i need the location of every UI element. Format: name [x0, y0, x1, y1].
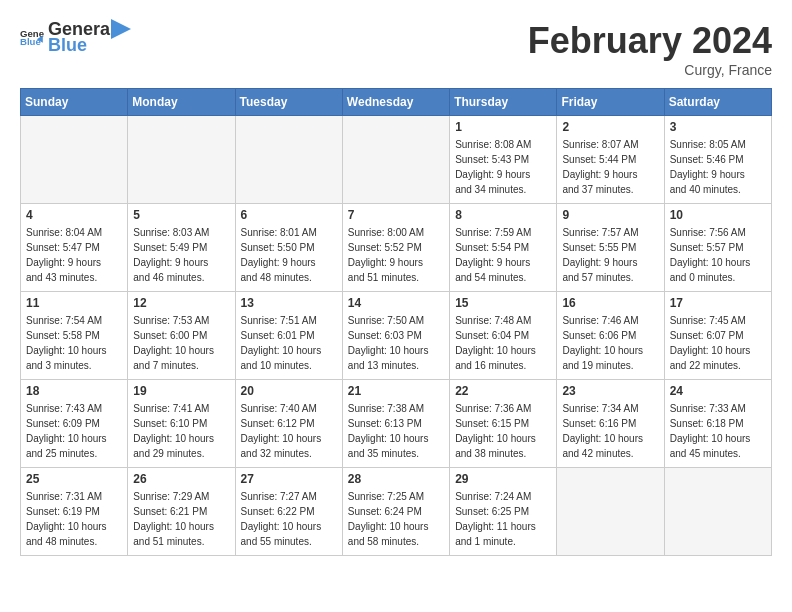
svg-text:Blue: Blue — [20, 36, 41, 47]
day-info: Sunrise: 7:54 AM Sunset: 5:58 PM Dayligh… — [26, 313, 122, 373]
calendar-week-row: 1Sunrise: 8:08 AM Sunset: 5:43 PM Daylig… — [21, 116, 772, 204]
day-info: Sunrise: 8:05 AM Sunset: 5:46 PM Dayligh… — [670, 137, 766, 197]
calendar-cell: 16Sunrise: 7:46 AM Sunset: 6:06 PM Dayli… — [557, 292, 664, 380]
calendar-cell: 29Sunrise: 7:24 AM Sunset: 6:25 PM Dayli… — [450, 468, 557, 556]
column-header-thursday: Thursday — [450, 89, 557, 116]
calendar-cell: 9Sunrise: 7:57 AM Sunset: 5:55 PM Daylig… — [557, 204, 664, 292]
day-info: Sunrise: 7:33 AM Sunset: 6:18 PM Dayligh… — [670, 401, 766, 461]
calendar-cell: 13Sunrise: 7:51 AM Sunset: 6:01 PM Dayli… — [235, 292, 342, 380]
calendar-cell: 17Sunrise: 7:45 AM Sunset: 6:07 PM Dayli… — [664, 292, 771, 380]
calendar-cell — [21, 116, 128, 204]
day-info: Sunrise: 7:41 AM Sunset: 6:10 PM Dayligh… — [133, 401, 229, 461]
calendar-cell: 12Sunrise: 7:53 AM Sunset: 6:00 PM Dayli… — [128, 292, 235, 380]
day-info: Sunrise: 7:53 AM Sunset: 6:00 PM Dayligh… — [133, 313, 229, 373]
calendar-cell: 14Sunrise: 7:50 AM Sunset: 6:03 PM Dayli… — [342, 292, 449, 380]
calendar-cell: 18Sunrise: 7:43 AM Sunset: 6:09 PM Dayli… — [21, 380, 128, 468]
calendar-cell: 6Sunrise: 8:01 AM Sunset: 5:50 PM Daylig… — [235, 204, 342, 292]
day-number: 28 — [348, 472, 444, 486]
day-info: Sunrise: 7:29 AM Sunset: 6:21 PM Dayligh… — [133, 489, 229, 549]
day-info: Sunrise: 7:24 AM Sunset: 6:25 PM Dayligh… — [455, 489, 551, 549]
calendar-cell: 26Sunrise: 7:29 AM Sunset: 6:21 PM Dayli… — [128, 468, 235, 556]
day-number: 20 — [241, 384, 337, 398]
calendar-cell — [128, 116, 235, 204]
calendar-week-row: 11Sunrise: 7:54 AM Sunset: 5:58 PM Dayli… — [21, 292, 772, 380]
day-number: 17 — [670, 296, 766, 310]
column-header-friday: Friday — [557, 89, 664, 116]
calendar-cell: 23Sunrise: 7:34 AM Sunset: 6:16 PM Dayli… — [557, 380, 664, 468]
column-header-monday: Monday — [128, 89, 235, 116]
logo-icon: General Blue — [20, 26, 44, 50]
calendar-cell: 3Sunrise: 8:05 AM Sunset: 5:46 PM Daylig… — [664, 116, 771, 204]
day-number: 22 — [455, 384, 551, 398]
day-number: 14 — [348, 296, 444, 310]
day-number: 15 — [455, 296, 551, 310]
day-number: 7 — [348, 208, 444, 222]
day-info: Sunrise: 7:25 AM Sunset: 6:24 PM Dayligh… — [348, 489, 444, 549]
day-info: Sunrise: 7:57 AM Sunset: 5:55 PM Dayligh… — [562, 225, 658, 285]
day-info: Sunrise: 7:27 AM Sunset: 6:22 PM Dayligh… — [241, 489, 337, 549]
day-info: Sunrise: 8:07 AM Sunset: 5:44 PM Dayligh… — [562, 137, 658, 197]
calendar-cell: 15Sunrise: 7:48 AM Sunset: 6:04 PM Dayli… — [450, 292, 557, 380]
day-number: 13 — [241, 296, 337, 310]
day-number: 2 — [562, 120, 658, 134]
logo: General Blue General Blue — [20, 20, 131, 56]
day-info: Sunrise: 8:00 AM Sunset: 5:52 PM Dayligh… — [348, 225, 444, 285]
calendar-cell: 27Sunrise: 7:27 AM Sunset: 6:22 PM Dayli… — [235, 468, 342, 556]
day-number: 16 — [562, 296, 658, 310]
calendar-cell — [664, 468, 771, 556]
day-info: Sunrise: 8:04 AM Sunset: 5:47 PM Dayligh… — [26, 225, 122, 285]
day-number: 10 — [670, 208, 766, 222]
calendar-cell — [235, 116, 342, 204]
day-info: Sunrise: 7:50 AM Sunset: 6:03 PM Dayligh… — [348, 313, 444, 373]
column-header-wednesday: Wednesday — [342, 89, 449, 116]
calendar-cell — [342, 116, 449, 204]
day-number: 4 — [26, 208, 122, 222]
day-number: 11 — [26, 296, 122, 310]
calendar-cell: 10Sunrise: 7:56 AM Sunset: 5:57 PM Dayli… — [664, 204, 771, 292]
calendar-cell: 21Sunrise: 7:38 AM Sunset: 6:13 PM Dayli… — [342, 380, 449, 468]
day-number: 3 — [670, 120, 766, 134]
calendar-cell: 8Sunrise: 7:59 AM Sunset: 5:54 PM Daylig… — [450, 204, 557, 292]
day-info: Sunrise: 7:34 AM Sunset: 6:16 PM Dayligh… — [562, 401, 658, 461]
day-number: 26 — [133, 472, 229, 486]
day-info: Sunrise: 7:38 AM Sunset: 6:13 PM Dayligh… — [348, 401, 444, 461]
calendar-week-row: 25Sunrise: 7:31 AM Sunset: 6:19 PM Dayli… — [21, 468, 772, 556]
day-number: 19 — [133, 384, 229, 398]
calendar-cell: 5Sunrise: 8:03 AM Sunset: 5:49 PM Daylig… — [128, 204, 235, 292]
day-number: 8 — [455, 208, 551, 222]
calendar-cell: 11Sunrise: 7:54 AM Sunset: 5:58 PM Dayli… — [21, 292, 128, 380]
month-year-title: February 2024 — [528, 20, 772, 62]
location-label: Curgy, France — [528, 62, 772, 78]
calendar-cell — [557, 468, 664, 556]
day-info: Sunrise: 7:48 AM Sunset: 6:04 PM Dayligh… — [455, 313, 551, 373]
day-number: 9 — [562, 208, 658, 222]
day-info: Sunrise: 7:45 AM Sunset: 6:07 PM Dayligh… — [670, 313, 766, 373]
day-number: 12 — [133, 296, 229, 310]
day-info: Sunrise: 8:03 AM Sunset: 5:49 PM Dayligh… — [133, 225, 229, 285]
column-header-saturday: Saturday — [664, 89, 771, 116]
column-header-tuesday: Tuesday — [235, 89, 342, 116]
calendar-table: SundayMondayTuesdayWednesdayThursdayFrid… — [20, 88, 772, 556]
calendar-cell: 7Sunrise: 8:00 AM Sunset: 5:52 PM Daylig… — [342, 204, 449, 292]
calendar-cell: 19Sunrise: 7:41 AM Sunset: 6:10 PM Dayli… — [128, 380, 235, 468]
calendar-header-row: SundayMondayTuesdayWednesdayThursdayFrid… — [21, 89, 772, 116]
calendar-week-row: 4Sunrise: 8:04 AM Sunset: 5:47 PM Daylig… — [21, 204, 772, 292]
logo-blue: Blue — [48, 36, 115, 56]
day-number: 18 — [26, 384, 122, 398]
calendar-cell: 1Sunrise: 8:08 AM Sunset: 5:43 PM Daylig… — [450, 116, 557, 204]
day-info: Sunrise: 7:31 AM Sunset: 6:19 PM Dayligh… — [26, 489, 122, 549]
calendar-cell: 24Sunrise: 7:33 AM Sunset: 6:18 PM Dayli… — [664, 380, 771, 468]
day-number: 21 — [348, 384, 444, 398]
column-header-sunday: Sunday — [21, 89, 128, 116]
day-info: Sunrise: 8:01 AM Sunset: 5:50 PM Dayligh… — [241, 225, 337, 285]
calendar-week-row: 18Sunrise: 7:43 AM Sunset: 6:09 PM Dayli… — [21, 380, 772, 468]
day-info: Sunrise: 7:59 AM Sunset: 5:54 PM Dayligh… — [455, 225, 551, 285]
day-number: 27 — [241, 472, 337, 486]
calendar-cell: 4Sunrise: 8:04 AM Sunset: 5:47 PM Daylig… — [21, 204, 128, 292]
page-header: General Blue General Blue February 2024 … — [20, 20, 772, 78]
day-number: 1 — [455, 120, 551, 134]
logo-triangle-icon — [111, 19, 131, 49]
day-number: 6 — [241, 208, 337, 222]
day-number: 23 — [562, 384, 658, 398]
day-info: Sunrise: 7:40 AM Sunset: 6:12 PM Dayligh… — [241, 401, 337, 461]
